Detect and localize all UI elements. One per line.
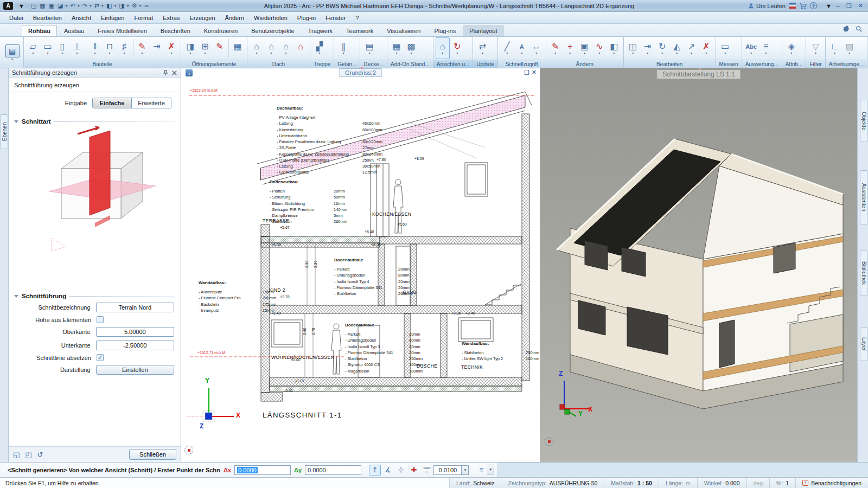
menu-fenster[interactable]: Fenster xyxy=(321,13,350,23)
move-wall-icon[interactable]: ◧▼ xyxy=(607,37,621,59)
new-icon[interactable]: ◳ xyxy=(30,2,37,9)
menu-?[interactable]: ? xyxy=(350,13,363,23)
dimension-icon[interactable]: ↔▼ xyxy=(529,37,544,59)
display-settings-button[interactable]: Einstellen xyxy=(96,365,174,375)
mode-simple-button[interactable]: Einfache xyxy=(93,98,132,108)
reference-point-icon[interactable] xyxy=(184,446,193,454)
delta-y-input[interactable]: 0.0000 xyxy=(305,465,361,475)
logo-caret-icon[interactable]: ▼ xyxy=(18,3,24,9)
tab-bibliothek[interactable]: Bibliothek xyxy=(860,251,867,296)
stair-icon[interactable]: ▞▼ xyxy=(312,37,327,59)
view-icon[interactable]: ◧ xyxy=(105,2,113,9)
undo-icon-caret[interactable]: ▼ xyxy=(77,4,80,8)
edit-polygon-icon[interactable]: ▣▼ xyxy=(578,37,592,59)
window-icon[interactable]: ◨ xyxy=(118,2,125,9)
place-section-line-checkbox[interactable]: ✓ xyxy=(97,354,104,361)
reset-icon[interactable]: ↺ xyxy=(37,451,43,459)
track-distance-icon[interactable]: 1020↔ xyxy=(423,466,430,473)
panel-close-button[interactable]: Schließen xyxy=(129,449,176,460)
undo-icon[interactable]: ↶ xyxy=(69,2,76,9)
stud-edit-icon[interactable]: ▩▼ xyxy=(404,37,418,59)
pin-icon[interactable] xyxy=(163,70,169,76)
help-icon[interactable]: ? xyxy=(810,2,817,9)
rotate-icon[interactable]: ↻▼ xyxy=(655,37,669,59)
tab-beschriften[interactable]: Beschriften xyxy=(154,25,197,36)
menu-einfgen[interactable]: Einfügen xyxy=(96,13,129,23)
label-abc-icon[interactable]: Abc▼ xyxy=(744,37,758,59)
notifications-button[interactable]: ! Benachrichtigungen xyxy=(796,478,868,488)
save-icon[interactable]: ▣ xyxy=(48,2,55,9)
redo-icon[interactable]: ↷ xyxy=(81,2,88,9)
print-icon[interactable]: ◪ xyxy=(56,2,64,9)
mirror-icon[interactable]: ◭▼ xyxy=(670,37,684,59)
status-drawing-type[interactable]: Zeichnungstyp:AUSFÜHRUNG 50 xyxy=(501,478,604,488)
mode-extended-button[interactable]: Erweiterte xyxy=(132,98,171,108)
reference-point-icon[interactable] xyxy=(545,437,553,446)
section-name-input[interactable]: Terrain Nord xyxy=(96,303,174,312)
point-snap-icon[interactable]: ↥ xyxy=(369,465,381,476)
allplan-logo[interactable]: A xyxy=(3,2,13,10)
menu-extras[interactable]: Extras xyxy=(158,13,184,23)
tab-ebenen[interactable]: Ebenen xyxy=(1,114,8,149)
print-icon-caret[interactable]: ▼ xyxy=(65,4,68,8)
copy-icon[interactable]: ◫▼ xyxy=(626,37,640,59)
cart-icon[interactable] xyxy=(799,3,807,9)
report-icon[interactable]: ≡▼ xyxy=(759,37,773,59)
model-view-tab[interactable]: Schnittdarstellung LS 1:1 xyxy=(656,69,741,79)
downstand-beam-icon[interactable]: ⊓▼ xyxy=(103,37,117,59)
menu-ansicht[interactable]: Ansicht xyxy=(67,13,96,23)
section-type-header[interactable]: Schnittart xyxy=(9,113,181,126)
tab-ausbau[interactable]: Ausbau xyxy=(58,25,91,36)
bottom-edge-input[interactable]: -2.50000 xyxy=(96,341,174,350)
tab-konstruieren[interactable]: Konstruieren xyxy=(197,25,244,36)
exchange-icon-caret[interactable]: ▼ xyxy=(101,4,104,8)
status-angle-unit[interactable]: deg xyxy=(747,478,770,488)
view-icon-caret[interactable]: ▼ xyxy=(113,4,117,8)
status-length-unit[interactable]: Länge:m xyxy=(659,478,698,488)
search-icon[interactable] xyxy=(856,25,863,33)
trim-icon[interactable]: +▼ xyxy=(563,37,577,59)
view-maximize-icon[interactable]: ❑ xyxy=(524,69,529,76)
gear-icon[interactable] xyxy=(843,25,850,33)
status-angle[interactable]: Winkel:0.000 xyxy=(698,478,747,488)
column-icon[interactable]: ▯▼ xyxy=(55,37,69,59)
roof-covering-icon[interactable]: ⌂▼ xyxy=(279,37,293,59)
height-from-elements-checkbox[interactable] xyxy=(97,316,104,323)
text-icon[interactable]: A▼ xyxy=(515,37,529,59)
tab-rohbau[interactable]: Rohbau xyxy=(22,25,57,36)
update-component-icon[interactable]: ⇄▼ xyxy=(475,37,489,59)
menu-bearbeiten[interactable]: Bearbeiten xyxy=(28,13,67,23)
midpoint-snap-icon[interactable]: ⊹ xyxy=(395,465,407,476)
join-wall-icon[interactable]: ⇥ xyxy=(150,37,164,59)
snap-distance-dropdown[interactable]: ▼ xyxy=(462,465,469,475)
top-edge-input[interactable]: 5.00000 xyxy=(96,327,174,337)
menu-erzeugen[interactable]: Erzeugen xyxy=(184,13,220,23)
plan-view-tab[interactable]: Grundriss:2 xyxy=(339,68,382,77)
sketch-component-icon[interactable]: ✎▼ xyxy=(135,37,149,59)
tools-icon-caret[interactable]: ▼ xyxy=(139,4,142,8)
tab-freiesmodellieren[interactable]: Freies Modellieren xyxy=(91,25,153,36)
exchange-icon[interactable]: ⇄ xyxy=(93,2,100,9)
delete-icon[interactable]: ✗▼ xyxy=(699,37,713,59)
help-caret-icon[interactable]: ▼ xyxy=(826,3,832,9)
window-icon[interactable]: ⊞▼ xyxy=(198,37,212,59)
view-close-icon[interactable]: ✕ xyxy=(532,69,537,76)
section-view-icon[interactable]: ⌂▼ xyxy=(436,37,450,59)
roof-plane-icon[interactable]: ⌂▼ xyxy=(250,37,264,59)
dormer-icon[interactable]: ⌂▼ xyxy=(264,37,278,59)
stretch-icon[interactable]: ↗▼ xyxy=(685,37,699,59)
menu-datei[interactable]: Datei xyxy=(4,13,28,23)
menu-plugin[interactable]: Plug-in xyxy=(292,13,321,23)
tools-icon[interactable]: ⚙ xyxy=(131,2,138,9)
tab-planlayout[interactable]: Planlayout xyxy=(463,25,503,36)
section-update-icon[interactable]: ↻▼ xyxy=(450,37,464,59)
status-scale[interactable]: Maßstab:1 : 50 xyxy=(604,478,659,488)
model-view[interactable]: Schnittdarstellung LS 1:1 xyxy=(540,68,857,462)
maximize-button[interactable]: ❑ xyxy=(845,2,853,9)
roof-edit-icon[interactable]: ⌂ xyxy=(293,37,308,59)
attributes-icon[interactable]: ◈▼ xyxy=(784,37,799,59)
favorite-open-icon[interactable]: ◱ xyxy=(13,451,20,459)
tab-layer[interactable]: Layer xyxy=(860,328,867,361)
snap-distance-input[interactable]: 0.0100 xyxy=(433,465,462,475)
track-point-icon[interactable]: ✚ xyxy=(408,465,420,476)
